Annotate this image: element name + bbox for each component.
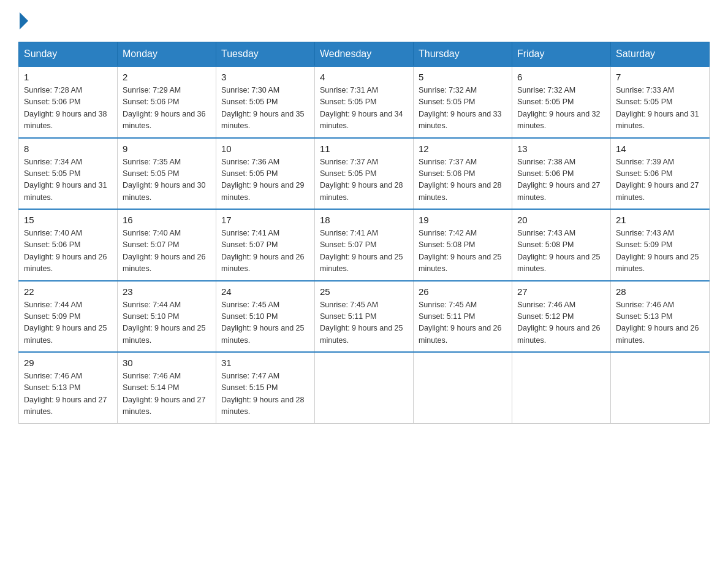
calendar-cell: 12 Sunrise: 7:37 AMSunset: 5:06 PMDaylig…	[414, 138, 512, 210]
day-number: 12	[419, 144, 507, 154]
day-info: Sunrise: 7:42 AMSunset: 5:08 PMDaylight:…	[419, 228, 507, 275]
calendar-cell: 28 Sunrise: 7:46 AMSunset: 5:13 PMDaylig…	[611, 281, 710, 353]
day-info: Sunrise: 7:43 AMSunset: 5:08 PMDaylight:…	[517, 228, 605, 275]
calendar-cell: 15 Sunrise: 7:40 AMSunset: 5:06 PMDaylig…	[19, 209, 118, 281]
day-info: Sunrise: 7:36 AMSunset: 5:05 PMDaylight:…	[221, 156, 309, 204]
weekday-header-sunday: Sunday	[19, 42, 118, 67]
day-info: Sunrise: 7:41 AMSunset: 5:07 PMDaylight:…	[320, 228, 408, 275]
day-info: Sunrise: 7:43 AMSunset: 5:09 PMDaylight:…	[616, 228, 704, 275]
weekday-header-monday: Monday	[118, 42, 216, 67]
day-info: Sunrise: 7:39 AMSunset: 5:06 PMDaylight:…	[616, 156, 704, 204]
calendar-cell: 11 Sunrise: 7:37 AMSunset: 5:05 PMDaylig…	[315, 138, 414, 210]
weekday-header-row: SundayMondayTuesdayWednesdayThursdayFrid…	[19, 42, 710, 67]
calendar-cell: 8 Sunrise: 7:34 AMSunset: 5:05 PMDayligh…	[19, 138, 118, 210]
day-info: Sunrise: 7:46 AMSunset: 5:13 PMDaylight:…	[24, 370, 112, 418]
calendar-cell: 18 Sunrise: 7:41 AMSunset: 5:07 PMDaylig…	[315, 209, 414, 281]
day-number: 9	[123, 144, 211, 154]
day-number: 18	[320, 215, 408, 225]
calendar-cell: 31 Sunrise: 7:47 AMSunset: 5:15 PMDaylig…	[216, 352, 315, 423]
day-number: 17	[221, 215, 309, 225]
day-number: 6	[517, 72, 605, 82]
calendar-cell: 19 Sunrise: 7:42 AMSunset: 5:08 PMDaylig…	[414, 209, 512, 281]
day-info: Sunrise: 7:44 AMSunset: 5:09 PMDaylight:…	[24, 299, 112, 347]
calendar-cell: 6 Sunrise: 7:32 AMSunset: 5:05 PMDayligh…	[512, 66, 611, 138]
weekday-header-tuesday: Tuesday	[216, 42, 315, 67]
calendar-week-2: 8 Sunrise: 7:34 AMSunset: 5:05 PMDayligh…	[19, 138, 710, 210]
day-number: 8	[24, 144, 112, 154]
calendar-cell: 10 Sunrise: 7:36 AMSunset: 5:05 PMDaylig…	[216, 138, 315, 210]
calendar-cell: 16 Sunrise: 7:40 AMSunset: 5:07 PMDaylig…	[118, 209, 216, 281]
weekday-header-friday: Friday	[512, 42, 611, 67]
day-number: 11	[320, 144, 408, 154]
day-number: 1	[24, 72, 112, 82]
day-number: 7	[616, 72, 704, 82]
calendar-cell: 23 Sunrise: 7:44 AMSunset: 5:10 PMDaylig…	[118, 281, 216, 353]
page-header	[18, 12, 710, 29]
calendar-cell: 26 Sunrise: 7:45 AMSunset: 5:11 PMDaylig…	[414, 281, 512, 353]
day-number: 31	[221, 358, 309, 368]
day-info: Sunrise: 7:38 AMSunset: 5:06 PMDaylight:…	[517, 156, 605, 204]
day-info: Sunrise: 7:28 AMSunset: 5:06 PMDaylight:…	[24, 85, 112, 132]
day-number: 13	[517, 144, 605, 154]
calendar-cell	[512, 352, 611, 423]
day-info: Sunrise: 7:32 AMSunset: 5:05 PMDaylight:…	[419, 85, 507, 132]
calendar-cell	[414, 352, 512, 423]
day-info: Sunrise: 7:41 AMSunset: 5:07 PMDaylight:…	[221, 228, 309, 275]
day-number: 2	[123, 72, 211, 82]
day-number: 22	[24, 286, 112, 297]
weekday-header-wednesday: Wednesday	[315, 42, 414, 67]
day-info: Sunrise: 7:47 AMSunset: 5:15 PMDaylight:…	[221, 370, 309, 418]
day-info: Sunrise: 7:46 AMSunset: 5:14 PMDaylight:…	[123, 370, 211, 418]
day-number: 29	[24, 358, 112, 368]
calendar-cell: 7 Sunrise: 7:33 AMSunset: 5:05 PMDayligh…	[611, 66, 710, 138]
day-info: Sunrise: 7:40 AMSunset: 5:06 PMDaylight:…	[24, 228, 112, 275]
calendar-week-1: 1 Sunrise: 7:28 AMSunset: 5:06 PMDayligh…	[19, 66, 710, 138]
day-info: Sunrise: 7:46 AMSunset: 5:12 PMDaylight:…	[517, 299, 605, 347]
day-number: 16	[123, 215, 211, 225]
calendar-cell: 22 Sunrise: 7:44 AMSunset: 5:09 PMDaylig…	[19, 281, 118, 353]
day-info: Sunrise: 7:45 AMSunset: 5:10 PMDaylight:…	[221, 299, 309, 347]
day-number: 19	[419, 215, 507, 225]
day-number: 14	[616, 144, 704, 154]
day-info: Sunrise: 7:29 AMSunset: 5:06 PMDaylight:…	[123, 85, 211, 132]
calendar-cell: 14 Sunrise: 7:39 AMSunset: 5:06 PMDaylig…	[611, 138, 710, 210]
day-number: 28	[616, 286, 704, 297]
day-number: 21	[616, 215, 704, 225]
day-info: Sunrise: 7:33 AMSunset: 5:05 PMDaylight:…	[616, 85, 704, 132]
calendar-cell: 13 Sunrise: 7:38 AMSunset: 5:06 PMDaylig…	[512, 138, 611, 210]
calendar-cell: 9 Sunrise: 7:35 AMSunset: 5:05 PMDayligh…	[118, 138, 216, 210]
day-number: 26	[419, 286, 507, 297]
day-info: Sunrise: 7:30 AMSunset: 5:05 PMDaylight:…	[221, 85, 309, 132]
logo	[18, 12, 29, 29]
calendar-cell: 5 Sunrise: 7:32 AMSunset: 5:05 PMDayligh…	[414, 66, 512, 138]
calendar-cell: 1 Sunrise: 7:28 AMSunset: 5:06 PMDayligh…	[19, 66, 118, 138]
day-info: Sunrise: 7:31 AMSunset: 5:05 PMDaylight:…	[320, 85, 408, 132]
day-info: Sunrise: 7:35 AMSunset: 5:05 PMDaylight:…	[123, 156, 211, 204]
day-number: 15	[24, 215, 112, 225]
calendar-week-3: 15 Sunrise: 7:40 AMSunset: 5:06 PMDaylig…	[19, 209, 710, 281]
calendar-cell: 21 Sunrise: 7:43 AMSunset: 5:09 PMDaylig…	[611, 209, 710, 281]
calendar-cell: 25 Sunrise: 7:45 AMSunset: 5:11 PMDaylig…	[315, 281, 414, 353]
day-info: Sunrise: 7:45 AMSunset: 5:11 PMDaylight:…	[419, 299, 507, 347]
day-number: 10	[221, 144, 309, 154]
day-number: 24	[221, 286, 309, 297]
calendar-cell: 24 Sunrise: 7:45 AMSunset: 5:10 PMDaylig…	[216, 281, 315, 353]
calendar-cell	[315, 352, 414, 423]
day-info: Sunrise: 7:34 AMSunset: 5:05 PMDaylight:…	[24, 156, 112, 204]
day-number: 27	[517, 286, 605, 297]
weekday-header-thursday: Thursday	[414, 42, 512, 67]
day-number: 4	[320, 72, 408, 82]
day-number: 20	[517, 215, 605, 225]
day-number: 3	[221, 72, 309, 82]
day-info: Sunrise: 7:37 AMSunset: 5:06 PMDaylight:…	[419, 156, 507, 204]
calendar-cell: 17 Sunrise: 7:41 AMSunset: 5:07 PMDaylig…	[216, 209, 315, 281]
day-info: Sunrise: 7:32 AMSunset: 5:05 PMDaylight:…	[517, 85, 605, 132]
logo-arrow-icon	[20, 12, 28, 29]
calendar-cell: 2 Sunrise: 7:29 AMSunset: 5:06 PMDayligh…	[118, 66, 216, 138]
day-info: Sunrise: 7:37 AMSunset: 5:05 PMDaylight:…	[320, 156, 408, 204]
day-number: 23	[123, 286, 211, 297]
day-info: Sunrise: 7:46 AMSunset: 5:13 PMDaylight:…	[616, 299, 704, 347]
day-number: 5	[419, 72, 507, 82]
calendar-cell: 29 Sunrise: 7:46 AMSunset: 5:13 PMDaylig…	[19, 352, 118, 423]
day-number: 25	[320, 286, 408, 297]
